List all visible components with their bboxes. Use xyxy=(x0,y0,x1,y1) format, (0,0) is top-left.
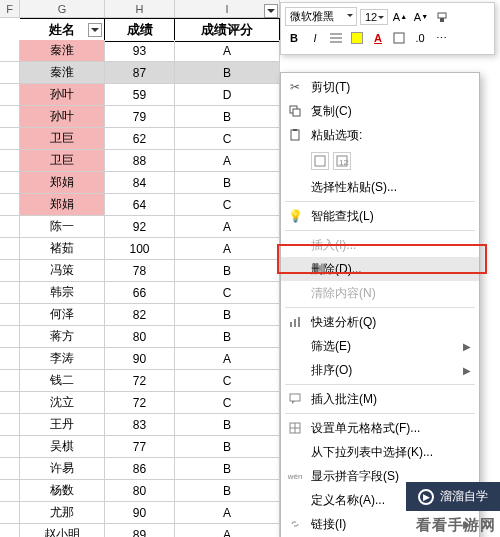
cell-grade[interactable]: A xyxy=(175,40,280,61)
border-icon[interactable] xyxy=(390,29,408,47)
col-header-g[interactable]: G xyxy=(20,0,105,17)
align-icon[interactable] xyxy=(327,29,345,47)
filter-dropdown-icon[interactable] xyxy=(88,23,102,37)
cell-name[interactable]: 褚茹 xyxy=(20,238,105,259)
header-grade[interactable]: 成绩评分 xyxy=(175,18,280,42)
cell-grade[interactable]: B xyxy=(175,414,280,435)
cell-grade[interactable]: C xyxy=(175,128,280,149)
cell[interactable] xyxy=(0,106,20,127)
cell-name[interactable]: 韩宗 xyxy=(20,282,105,303)
bold-button[interactable]: B xyxy=(285,29,303,47)
cell-score[interactable]: 100 xyxy=(105,238,175,259)
cell-grade[interactable]: C xyxy=(175,392,280,413)
font-size-select[interactable]: 12 xyxy=(360,9,388,25)
italic-button[interactable]: I xyxy=(306,29,324,47)
cell-score[interactable]: 66 xyxy=(105,282,175,303)
cell-name[interactable]: 许易 xyxy=(20,458,105,479)
cell[interactable] xyxy=(0,524,20,537)
cell-grade[interactable]: B xyxy=(175,480,280,501)
cell[interactable] xyxy=(0,172,20,193)
cell-grade[interactable]: B xyxy=(175,106,280,127)
cell-score[interactable]: 64 xyxy=(105,194,175,215)
menu-format-cells[interactable]: 设置单元格格式(F)... xyxy=(281,416,479,440)
cell-name[interactable]: 卫巨 xyxy=(20,128,105,149)
font-select[interactable]: 微软雅黑 xyxy=(285,7,357,26)
cell-score[interactable]: 78 xyxy=(105,260,175,281)
cell-score[interactable]: 93 xyxy=(105,40,175,61)
cell-grade[interactable]: C xyxy=(175,282,280,303)
menu-insert[interactable]: 插入(I)... xyxy=(281,233,479,257)
cell-name[interactable]: 钱二 xyxy=(20,370,105,391)
cell-name[interactable]: 郑娟 xyxy=(20,172,105,193)
cell[interactable] xyxy=(0,458,20,479)
menu-insert-comment[interactable]: 插入批注(M) xyxy=(281,387,479,411)
cell-score[interactable]: 62 xyxy=(105,128,175,149)
cell-grade[interactable]: C xyxy=(175,194,280,215)
cell[interactable] xyxy=(0,194,20,215)
cell-name[interactable]: 孙叶 xyxy=(20,106,105,127)
cell-score[interactable]: 59 xyxy=(105,84,175,105)
paste-option-icon[interactable] xyxy=(311,152,329,170)
menu-delete[interactable]: 删除(D)... xyxy=(281,257,479,281)
cell[interactable] xyxy=(0,84,20,105)
cell-name[interactable]: 蒋方 xyxy=(20,326,105,347)
cell-name[interactable]: 郑娟 xyxy=(20,194,105,215)
format-painter-icon[interactable] xyxy=(433,8,451,26)
cell-name[interactable]: 陈一 xyxy=(20,216,105,237)
cell-score[interactable]: 72 xyxy=(105,370,175,391)
cell-name[interactable]: 吴棋 xyxy=(20,436,105,457)
cell-score[interactable]: 80 xyxy=(105,480,175,501)
cell[interactable] xyxy=(0,304,20,325)
cell-grade[interactable]: D xyxy=(175,84,280,105)
menu-sort[interactable]: 排序(O) ▶ xyxy=(281,358,479,382)
cell-name[interactable]: 赵小明 xyxy=(20,524,105,537)
cell[interactable] xyxy=(0,436,20,457)
cell-grade[interactable]: B xyxy=(175,458,280,479)
cell-score[interactable]: 88 xyxy=(105,150,175,171)
cell-name[interactable]: 杨数 xyxy=(20,480,105,501)
cell-score[interactable]: 82 xyxy=(105,304,175,325)
cell-score[interactable]: 83 xyxy=(105,414,175,435)
header-score[interactable]: 成绩 xyxy=(105,18,175,42)
decimal-icon[interactable]: .0 xyxy=(411,29,429,47)
cell[interactable] xyxy=(0,260,20,281)
cell-score[interactable]: 80 xyxy=(105,326,175,347)
cell[interactable] xyxy=(0,238,20,259)
cell-score[interactable]: 86 xyxy=(105,458,175,479)
decrease-font-icon[interactable]: A▼ xyxy=(412,8,430,26)
cell[interactable] xyxy=(0,216,20,237)
cell[interactable] xyxy=(0,62,20,83)
cell[interactable] xyxy=(0,392,20,413)
format-icon[interactable]: ⋯ xyxy=(432,29,450,47)
menu-cut[interactable]: ✂ 剪切(T) xyxy=(281,75,479,99)
cell[interactable] xyxy=(0,326,20,347)
cell-grade[interactable]: A xyxy=(175,216,280,237)
cell-name[interactable]: 尤那 xyxy=(20,502,105,523)
font-color-icon[interactable]: A xyxy=(369,29,387,47)
cell-name[interactable]: 孙叶 xyxy=(20,84,105,105)
cell-grade[interactable]: A xyxy=(175,150,280,171)
cell-name[interactable]: 秦淮 xyxy=(20,40,105,61)
cell-score[interactable]: 89 xyxy=(105,524,175,537)
fill-color-icon[interactable] xyxy=(348,29,366,47)
col-header-f[interactable]: F xyxy=(0,0,20,17)
menu-filter[interactable]: 筛选(E) ▶ xyxy=(281,334,479,358)
cell[interactable] xyxy=(0,414,20,435)
cell[interactable] xyxy=(0,370,20,391)
filter-dropdown-icon[interactable] xyxy=(264,4,278,18)
menu-paste-options[interactable]: 粘贴选项: xyxy=(281,123,479,147)
cell-grade[interactable]: B xyxy=(175,326,280,347)
cell-grade[interactable]: A xyxy=(175,238,280,259)
cell-grade[interactable]: A xyxy=(175,348,280,369)
header-name[interactable]: 姓名 xyxy=(20,18,105,42)
cell-name[interactable]: 王丹 xyxy=(20,414,105,435)
cell-name[interactable]: 何泽 xyxy=(20,304,105,325)
cell-grade[interactable]: B xyxy=(175,436,280,457)
paste-option-icon[interactable]: 123 xyxy=(333,152,351,170)
cell-score[interactable]: 84 xyxy=(105,172,175,193)
cell-grade[interactable]: B xyxy=(175,172,280,193)
cell-grade[interactable]: A xyxy=(175,502,280,523)
cell-blank[interactable] xyxy=(0,18,20,42)
cell-grade[interactable]: B xyxy=(175,62,280,83)
menu-clear[interactable]: 清除内容(N) xyxy=(281,281,479,305)
